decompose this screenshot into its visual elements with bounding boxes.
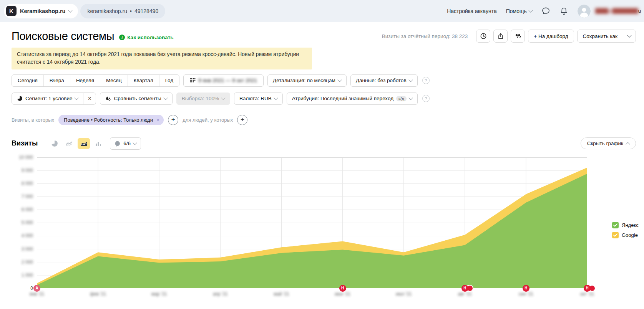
- notes-button[interactable]: [511, 30, 525, 43]
- sampling-dropdown[interactable]: Выборка: 100%: [176, 93, 230, 105]
- y-axis-tick-label: 8 000: [12, 181, 33, 186]
- x-axis-tick-label: сен '21: [519, 291, 533, 297]
- calendar-grid-icon: [190, 78, 196, 83]
- people-prefix-label: для людей, у которых: [183, 117, 233, 123]
- site-switcher[interactable]: K Keramikashop.ru: [4, 4, 78, 18]
- legend-item[interactable]: Яндекс: [612, 222, 639, 228]
- legend-checkbox-icon[interactable]: [612, 232, 619, 238]
- line-chart-icon[interactable]: [63, 138, 75, 149]
- attribution-dropdown[interactable]: Атрибуция: Последний значимый переход к/…: [287, 93, 418, 105]
- data-mode-help-icon[interactable]: ?: [422, 77, 430, 84]
- stacked-area-plot[interactable]: [37, 157, 587, 288]
- period-tab[interactable]: Квартал: [128, 75, 159, 86]
- y-axis-tick-label: 5 000: [12, 220, 33, 225]
- chip-close-icon[interactable]: ×: [156, 117, 159, 123]
- compare-segments-dropdown[interactable]: Сравнить сегменты: [100, 93, 172, 105]
- attribution-label: Атрибуция: Последний значимый переход: [292, 96, 393, 101]
- annotation-marker[interactable]: А: [33, 285, 40, 292]
- history-button[interactable]: [476, 30, 490, 43]
- stacked-area-chart-icon[interactable]: [78, 138, 90, 149]
- export-icon: [497, 33, 504, 40]
- x-axis-tick-label: май '21: [274, 291, 289, 297]
- user-avatar[interactable]: [578, 5, 591, 18]
- y-axis-tick-label: 3 000: [12, 246, 33, 252]
- counter-id: 49128490: [134, 8, 158, 14]
- legend-checkbox-icon[interactable]: [612, 222, 619, 228]
- period-tab-group: СегодняВчераНеделяМесяцКварталГод: [12, 74, 179, 87]
- counter-domain: keramikashop.ru: [87, 8, 127, 14]
- chart-type-switcher: [48, 138, 105, 149]
- site-logo: K: [6, 6, 17, 16]
- user-email-redacted: ████@█████████.r: [595, 8, 638, 14]
- how-to-use-link[interactable]: i Как использовать: [119, 35, 173, 40]
- y-axis-tick-label: 0: [12, 286, 33, 291]
- period-tab[interactable]: Сегодня: [12, 75, 43, 86]
- help-label: Помощь: [506, 8, 527, 14]
- save-as-button[interactable]: Сохранить как: [577, 30, 623, 43]
- column-chart-icon[interactable]: [92, 138, 105, 149]
- info-icon: i: [119, 35, 125, 40]
- user-email-tail: u: [638, 8, 641, 14]
- currency-dropdown[interactable]: Валюта: RUB: [234, 93, 283, 105]
- currency-label: Валюта: RUB: [239, 96, 272, 101]
- chevron-down-icon: [274, 96, 278, 100]
- account-settings-link[interactable]: Настройка аккаунта: [447, 8, 497, 14]
- period-tab[interactable]: Вчера: [43, 75, 70, 86]
- export-button[interactable]: [493, 30, 508, 43]
- visits-prefix-label: Визиты, в которых: [12, 117, 54, 123]
- counter-separator: •: [130, 8, 132, 14]
- droplets-icon: [105, 96, 111, 102]
- notifications-bell-icon[interactable]: [559, 7, 568, 15]
- period-tab[interactable]: Неделя: [70, 75, 100, 86]
- y-axis-tick-label: 10 000: [12, 155, 33, 160]
- save-as-menu-button[interactable]: [623, 30, 636, 43]
- user-email[interactable]: ████@█████████.r u: [595, 8, 641, 14]
- hide-chart-button[interactable]: Скрыть график: [581, 137, 636, 149]
- legend-label: Google: [622, 232, 638, 238]
- segment-clear-button[interactable]: ×: [83, 93, 96, 105]
- chart-legend: ЯндексGoogle: [612, 222, 639, 238]
- detalization-dropdown[interactable]: Детализация: по месяцам: [267, 74, 347, 87]
- annotation-marker[interactable]: Н: [584, 285, 591, 292]
- segment-dropdown[interactable]: Сегмент: 1 условие: [12, 93, 83, 105]
- filter-row-segments: Сегмент: 1 условие × Сравнить сегменты В…: [12, 93, 636, 105]
- data-mode-dropdown[interactable]: Данные: без роботов: [350, 74, 418, 87]
- annotation-marker[interactable]: Н: [523, 285, 529, 292]
- compare-segments-label: Сравнить сегменты: [114, 96, 161, 101]
- segment-builder: Визиты, в которых Поведение • Роботность…: [12, 115, 636, 126]
- x-axis-tick-label: янв '21: [30, 291, 44, 297]
- chevron-down-icon: [133, 140, 137, 145]
- yandex-metrica-page: K Keramikashop.ru keramikashop.ru • 4912…: [0, 0, 644, 309]
- legend-item[interactable]: Google: [612, 232, 639, 238]
- feedback-chat-icon[interactable]: [541, 7, 550, 15]
- date-range-button[interactable]: 9 янв 2021 — 9 окт 2021: [183, 74, 264, 87]
- annotation-marker[interactable]: Н: [339, 285, 346, 292]
- annotation-marker[interactable]: Н: [461, 285, 468, 292]
- chevron-down-icon: [627, 33, 631, 37]
- help-menu[interactable]: Помощь: [506, 8, 532, 14]
- period-tab[interactable]: Год: [159, 75, 179, 86]
- y-axis-tick-label: 1 000: [12, 273, 33, 278]
- annotations-dropdown[interactable]: 6/6: [110, 137, 141, 150]
- topbar-right: Настройка аккаунта Помощь ████@█████████…: [447, 5, 641, 18]
- chart-tools: Визиты 6/6: [12, 137, 141, 150]
- segment-condition-chip[interactable]: Поведение • Роботность: Только люди ×: [58, 115, 164, 125]
- counter-pill[interactable]: keramikashop.ru • 49128490: [80, 4, 165, 18]
- add-visit-condition-button[interactable]: +: [168, 115, 178, 125]
- x-axis-tick-label: апр '21: [213, 291, 228, 297]
- filter-row-periods: СегодняВчераНеделяМесяцКварталГод 9 янв …: [12, 74, 636, 87]
- attribution-notice: Статистика за период до 14 октября 2021 …: [12, 48, 312, 69]
- chevron-down-icon: [163, 96, 168, 100]
- chevron-down-icon: [408, 96, 413, 100]
- site-name: Keramikashop.ru: [20, 8, 65, 14]
- y-axis-tick-label: 7 000: [12, 194, 33, 199]
- add-to-dashboard-button[interactable]: + На дашборд: [528, 30, 574, 43]
- pie-chart-icon[interactable]: [48, 138, 61, 149]
- header-actions: Визиты за отчётный период: 38 223 + На д…: [382, 30, 636, 43]
- chevron-down-icon: [75, 96, 79, 100]
- add-people-condition-button[interactable]: +: [237, 115, 247, 125]
- period-tab[interactable]: Месяц: [100, 75, 128, 86]
- title-row: Поисковые системы i Как использовать Виз…: [12, 29, 636, 43]
- comment-bubble-icon: [115, 140, 121, 147]
- attribution-help-icon[interactable]: ?: [422, 95, 430, 102]
